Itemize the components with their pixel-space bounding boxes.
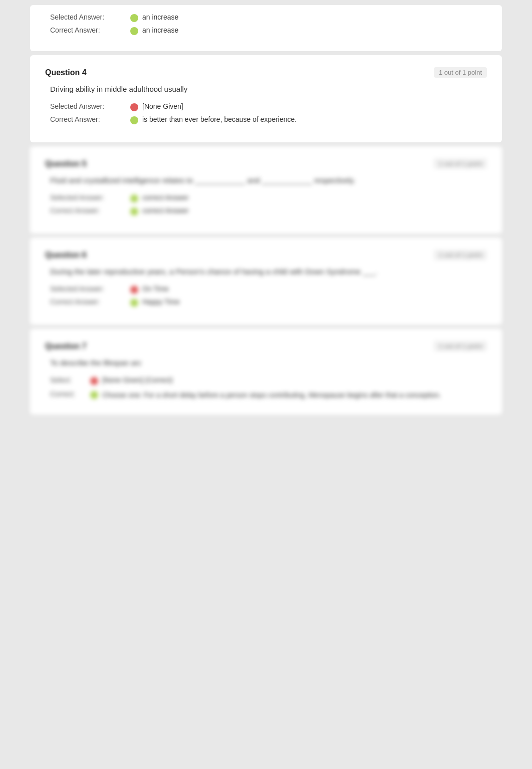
question-6-card: Question 6 1 out of 1 point During the l… [30, 238, 502, 325]
question-4-score: 1 out of 1 point [434, 67, 487, 78]
page-wrapper: Selected Answer: an increase Correct Ans… [0, 0, 532, 515]
q6-correct-text: Happy Time [142, 298, 487, 306]
q4-correct-answer-row: Correct Answer: is better than ever befo… [45, 115, 487, 124]
q7-selected-label: Select: [50, 376, 90, 384]
q3-selected-label: Selected Answer: [50, 13, 130, 21]
question-5-score: 1 out of 1 point [434, 158, 487, 169]
question-6-title: Question 6 [45, 251, 87, 260]
q7-selected-dot [90, 377, 98, 385]
question-6-score: 1 out of 1 point [434, 250, 487, 260]
q4-selected-dot [130, 103, 138, 111]
q3-selected-dot [130, 14, 138, 22]
q4-correct-text: is better than ever before, because of e… [142, 115, 487, 123]
question-7-header: Question 7 1 out of 1 point [45, 341, 487, 351]
q7-correct-text: Choose one: For a short delay before a p… [102, 390, 487, 401]
question-4-header: Question 4 1 out of 1 point [45, 67, 487, 78]
question-3-partial-card: Selected Answer: an increase Correct Ans… [30, 5, 502, 51]
q7-correct-answer-row: Correct: Choose one: For a short delay b… [50, 390, 487, 401]
q6-selected-dot [130, 286, 138, 294]
question-7-title: Question 7 [45, 342, 87, 351]
q7-answers: Select: [None Given] (Correct) Correct: … [45, 376, 487, 401]
q5-correct-dot [130, 208, 138, 216]
q7-correct-label: Correct: [50, 390, 90, 398]
question-5-header: Question 5 1 out of 1 point [45, 158, 487, 169]
question-4-text: Driving ability in middle adulthood usua… [45, 85, 487, 93]
q5-selected-text: correct Answer [142, 194, 487, 202]
question-4-title: Question 4 [45, 68, 87, 77]
question-5-text: Fluid and crystallized intelligence rela… [45, 176, 487, 184]
q4-selected-text: [None Given] [142, 102, 487, 110]
q6-correct-dot [130, 299, 138, 307]
q4-selected-label: Selected Answer: [50, 102, 130, 110]
q3-correct-answer-row: Correct Answer: an increase [45, 26, 487, 35]
q4-selected-answer-row: Selected Answer: [None Given] [45, 102, 487, 111]
q4-correct-label: Correct Answer: [50, 115, 130, 123]
question-5-card: Question 5 1 out of 1 point Fluid and cr… [30, 146, 502, 234]
question-7-score: 1 out of 1 point [434, 341, 487, 351]
q3-selected-answer-row: Selected Answer: an increase [45, 13, 487, 22]
q5-selected-label: Selected Answer: [50, 194, 130, 202]
q5-selected-dot [130, 195, 138, 203]
q3-correct-label: Correct Answer: [50, 26, 130, 34]
q5-selected-answer-row: Selected Answer: correct Answer [45, 194, 487, 203]
q7-selected-text: [None Given] (Correct) [102, 376, 487, 384]
question-6-text: During the later reproductive years, a P… [45, 267, 487, 276]
q7-correct-dot [90, 391, 98, 399]
q5-correct-label: Correct Answer: [50, 207, 130, 215]
q6-correct-answer-row: Correct Answer: Happy Time [45, 298, 487, 307]
q7-selected-answer-row: Select: [None Given] (Correct) [50, 376, 487, 385]
q3-correct-dot [130, 27, 138, 35]
q4-correct-dot [130, 116, 138, 124]
q6-selected-answer-row: Selected Answer: On Time [45, 285, 487, 294]
q6-selected-text: On Time [142, 285, 487, 293]
q5-correct-answer-row: Correct Answer: correct Answer [45, 207, 487, 216]
question-6-header: Question 6 1 out of 1 point [45, 250, 487, 260]
q6-selected-label: Selected Answer: [50, 285, 130, 293]
q5-correct-text: correct Answer [142, 207, 487, 215]
q3-selected-text: an increase [142, 13, 487, 21]
question-5-title: Question 5 [45, 159, 87, 168]
q6-correct-label: Correct Answer: [50, 298, 130, 306]
bottom-spacer [0, 430, 532, 510]
q3-correct-text: an increase [142, 26, 487, 34]
question-7-text: To describe the lifespan arc [45, 358, 487, 367]
question-4-card: Question 4 1 out of 1 point Driving abil… [30, 55, 502, 142]
question-7-card: Question 7 1 out of 1 point To describe … [30, 329, 502, 415]
